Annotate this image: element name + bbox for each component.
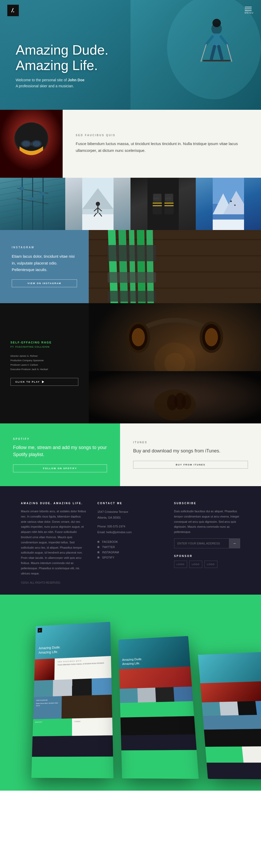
- footer-address-2: Atlanta, GA 30301: [97, 515, 163, 520]
- mockup-screens-container: /. Amazing Dude.Amazing Life. SED FAUCIB…: [15, 603, 261, 790]
- svg-rect-3: [213, 33, 221, 46]
- itunes-label: ITUNES: [133, 441, 248, 444]
- svg-point-55: [230, 200, 232, 202]
- spotify-block: SPOTIFY Follow me, stream and add my son…: [0, 424, 120, 486]
- itunes-block: ITUNES Buy and download my songs from iT…: [120, 424, 261, 486]
- svg-rect-28: [40, 192, 45, 195]
- play-button[interactable]: CLICK TO PLAY: [10, 378, 78, 386]
- subscribe-text: Duis sollicitudin faucibus dui ac alique…: [174, 509, 240, 535]
- svg-rect-45: [153, 205, 162, 206]
- social-instagram[interactable]: INSTAGRAM: [97, 551, 163, 554]
- footer-contact-title: CONTACT ME: [97, 502, 163, 505]
- instagram-label: INSTAGRAM: [12, 246, 77, 249]
- skier-alone-photo: [65, 178, 130, 230]
- footer: AMAZING DUDE. AMAZING LIFE. Mauris ornar…: [0, 486, 261, 595]
- spotify-button[interactable]: FOLLOW ON SPOTIFY: [13, 464, 107, 472]
- svg-rect-71: [108, 245, 156, 261]
- hero-content: Amazing Dude. Amazing Life. Welcome to t…: [16, 42, 109, 89]
- svg-rect-26: [20, 187, 24, 190]
- hero-subtitle: Welcome to the personal site of John Doe…: [16, 77, 109, 89]
- sponsor-logo-1: LOGO: [174, 561, 187, 568]
- mockup-title: Amazing Dude.Amazing Life.: [38, 645, 61, 655]
- footer-address-1: 1547 Cristoview Terrace: [97, 509, 163, 515]
- itunes-button[interactable]: BUY FROM ITUNES: [133, 461, 248, 469]
- track-title: SELF-EFFACING RAGE: [10, 341, 78, 344]
- hero-title: Amazing Dude. Amazing Life.: [16, 42, 109, 74]
- svg-rect-39: [147, 178, 179, 230]
- feature-image: [0, 110, 63, 178]
- footer-phone: Phone: 505-575-1974: [97, 524, 163, 529]
- sponsor-logo-2: LOGO: [189, 561, 202, 568]
- site-logo[interactable]: /.: [7, 5, 19, 16]
- spotify-label: SPOTIFY: [13, 437, 107, 440]
- svg-point-81: [132, 328, 145, 346]
- feature-label: SED FAUCIBUS QUIS: [76, 134, 248, 137]
- boots-photo: SCOTT SCOTT: [130, 178, 196, 230]
- svg-text:SCOTT: SCOTT: [165, 197, 171, 199]
- svg-point-17: [22, 141, 30, 146]
- mockup-screen-1: /. Amazing Dude.Amazing Life. SED FAUCIB…: [31, 622, 114, 778]
- sponsor-logo-3: LOGO: [204, 561, 217, 568]
- svg-rect-73: [108, 291, 156, 302]
- mockup-section: /. Amazing Dude.Amazing Life. SED FAUCIB…: [0, 595, 261, 790]
- subscribe-title: SUBSCRIBE: [174, 502, 240, 505]
- svg-rect-54: [213, 220, 244, 230]
- ski-lift-photo: [0, 178, 65, 230]
- mountain-photo: [196, 178, 261, 230]
- footer-brand-text: Mauris ornare lobortis arcu, at sodales …: [21, 509, 87, 576]
- sponsor-label: SPONSOR: [174, 555, 240, 558]
- track-subtitle: FT. FASCINATING COLLISION: [10, 345, 78, 348]
- svg-rect-27: [30, 197, 34, 200]
- spotify-text: Follow me, stream and add my songs to yo…: [13, 444, 107, 458]
- social-spotify[interactable]: SPOTIFY: [97, 556, 163, 559]
- navigation: /. MENU: [0, 0, 261, 21]
- feature-body: Fusce bibendum luctus massa, ut tincidun…: [76, 141, 248, 154]
- svg-point-84: [205, 328, 218, 346]
- facebook-icon: [97, 541, 100, 543]
- instagram-content: INSTAGRAM Etiam lacus dolor, tincidunt v…: [0, 230, 89, 303]
- itunes-text: Buy and download my songs from iTunes.: [133, 447, 248, 455]
- email-input-row: →: [174, 538, 240, 548]
- svg-point-86: [164, 353, 185, 374]
- svg-point-33: [96, 202, 100, 206]
- photo-grid: SCOTT SCOTT: [0, 178, 261, 230]
- footer-contact: CONTACT ME 1547 Cristoview Terrace Atlan…: [97, 502, 163, 584]
- sponsor-logos: LOGO LOGO LOGO: [174, 561, 240, 568]
- svg-text:SCOTT: SCOTT: [153, 197, 159, 199]
- email-submit-button[interactable]: →: [229, 539, 240, 548]
- footer-email: Email: hello@johndoe.com: [97, 529, 163, 535]
- menu-button[interactable]: MENU: [245, 7, 254, 14]
- instagram-image: [89, 230, 261, 303]
- footer-subscribe: SUBSCRIBE Duis sollicitudin faucibus dui…: [174, 502, 240, 584]
- svg-point-92: [182, 395, 191, 409]
- menu-label: MENU: [245, 11, 254, 14]
- instagram-icon: [97, 551, 100, 553]
- mockup-screen-2: Amazing Dude.Amazing Life.: [118, 636, 199, 779]
- track-meta: Director James G. Rohner Production Comp…: [10, 354, 78, 372]
- spotify-icon: [97, 556, 100, 559]
- footer-brand: AMAZING DUDE. AMAZING LIFE. Mauris ornar…: [21, 502, 87, 584]
- instagram-text: Etiam lacus dolor, tincidunt vitae nisi …: [12, 253, 77, 273]
- footer-social: FACEBOOK TWITTER INSTAGRAM SPOTIFY: [97, 540, 163, 559]
- video-lower-image: [89, 371, 261, 424]
- feature-section: SED FAUCIBUS QUIS Fusce bibendum luctus …: [0, 110, 261, 178]
- email-input[interactable]: [174, 539, 229, 548]
- video-visual: [89, 303, 261, 424]
- svg-point-19: [33, 141, 40, 146]
- video-content: SELF-EFFACING RAGE FT. FASCINATING COLLI…: [0, 303, 89, 424]
- footer-brand-title: AMAZING DUDE. AMAZING LIFE.: [21, 502, 87, 505]
- svg-point-56: [234, 205, 236, 206]
- svg-rect-44: [153, 203, 162, 204]
- twitter-icon: [97, 546, 100, 548]
- hero-section: /. MENU Amazing Dude. Amazing Life. Welc…: [0, 0, 261, 110]
- instagram-button[interactable]: VIEW ON INSTAGRAM: [12, 279, 77, 287]
- svg-rect-46: [164, 203, 174, 204]
- footer-copyright: ©2014. ALL RIGHTS RESERVED.: [21, 581, 87, 584]
- video-section: SELF-EFFACING RAGE FT. FASCINATING COLLI…: [0, 303, 261, 424]
- hamburger-icon: [245, 7, 254, 11]
- instagram-section: INSTAGRAM Etiam lacus dolor, tincidunt v…: [0, 230, 261, 303]
- svg-rect-47: [164, 205, 174, 206]
- social-twitter[interactable]: TWITTER: [97, 546, 163, 549]
- mockup-screen-3: [198, 652, 261, 779]
- social-facebook[interactable]: FACEBOOK: [97, 540, 163, 544]
